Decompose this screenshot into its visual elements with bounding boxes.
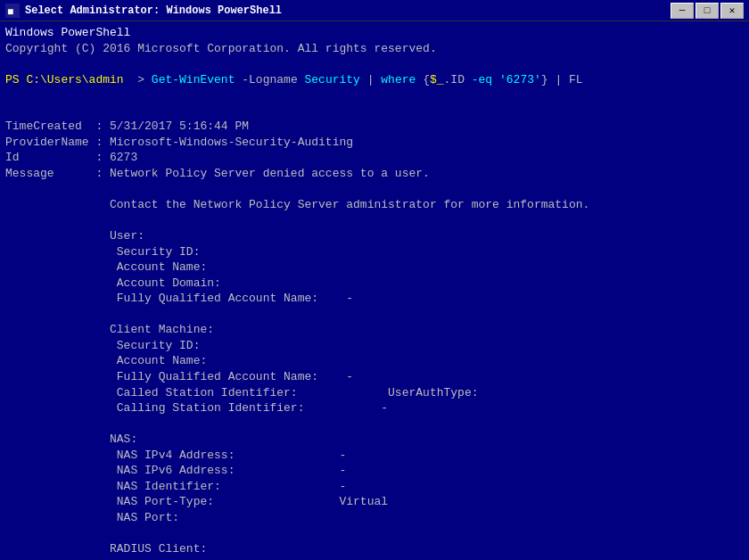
console-line: Client Friendly Name: Gateway xyxy=(5,557,744,560)
console-line: Account Name: xyxy=(5,259,744,276)
title-bar: ■ Select Administrator: Windows PowerShe… xyxy=(0,0,749,21)
dollar-id: $_ xyxy=(430,73,444,86)
console-line xyxy=(5,87,744,103)
where-text: where xyxy=(381,73,416,86)
console-line: NAS IPv6 Address: - xyxy=(5,463,744,479)
id-num: '6273' xyxy=(499,73,541,86)
console-line: User: xyxy=(5,228,744,244)
console-output: Windows PowerShell Copyright (C) 2016 Mi… xyxy=(0,21,749,560)
pipe1: | xyxy=(360,73,381,86)
console-line: NAS Port: xyxy=(5,510,744,526)
prompt-arrow: > xyxy=(124,73,152,86)
console-line xyxy=(5,307,744,323)
prompt-line: PS C:\Users\admin > Get-WinEvent -Lognam… xyxy=(5,72,744,88)
console-line: Id : 6273 xyxy=(5,150,744,166)
console-line: NAS IPv4 Address: - xyxy=(5,448,744,464)
console-line: Client Machine: xyxy=(5,322,744,338)
console-line xyxy=(5,213,744,229)
console-line: Copyright (C) 2016 Microsoft Corporation… xyxy=(5,41,744,57)
brace-close: } | FL xyxy=(541,73,583,86)
console-line: Fully Qualified Account Name: - xyxy=(5,291,744,307)
console-line: NAS: xyxy=(5,432,744,448)
console-line: Account Domain: xyxy=(5,276,744,292)
console-line: Calling Station Identifier: - xyxy=(5,400,744,416)
window-icon: ■ xyxy=(5,4,20,18)
console-line: TimeCreated : 5/31/2017 5:16:44 PM xyxy=(5,119,744,135)
maximize-button[interactable]: □ xyxy=(696,3,719,19)
console-line xyxy=(5,416,744,432)
param-logname: -Logname xyxy=(235,73,304,86)
dot-id: .ID xyxy=(444,73,472,86)
console-line: Message : Network Policy Server denied a… xyxy=(5,166,744,182)
prompt-text: PS C:\Users\admin xyxy=(5,73,124,86)
console-line: RADIUS Client: xyxy=(5,541,744,557)
console-line: Security ID: xyxy=(5,244,744,260)
window-title: Select Administrator: Windows PowerShell xyxy=(25,4,282,17)
console-line: Contact the Network Policy Server admini… xyxy=(5,197,744,213)
console-line xyxy=(5,181,744,197)
brace-open: { xyxy=(416,73,430,86)
console-line xyxy=(5,103,744,119)
console-line xyxy=(5,56,744,72)
console-line: ProviderName : Microsoft-Windows-Securit… xyxy=(5,135,744,151)
param-security: Security xyxy=(304,73,359,86)
minimize-button[interactable]: ─ xyxy=(671,3,694,19)
console-line: Fully Qualified Account Name: - xyxy=(5,369,744,385)
close-button[interactable]: ✕ xyxy=(720,3,744,19)
console-line: Security ID: xyxy=(5,338,744,354)
eq-text: -eq xyxy=(472,73,492,86)
title-controls: ─ □ ✕ xyxy=(671,3,744,19)
command-text: Get-WinEvent xyxy=(152,73,235,86)
console-line: Windows PowerShell xyxy=(5,25,744,41)
console-line: Account Name: xyxy=(5,353,744,369)
console-line: Called Station Identifier: UserAuthType: xyxy=(5,385,744,401)
console-line: NAS Identifier: - xyxy=(5,479,744,495)
svg-text:■: ■ xyxy=(7,5,13,18)
powershell-window: ■ Select Administrator: Windows PowerShe… xyxy=(0,0,749,560)
id-val xyxy=(492,73,499,86)
console-line: NAS Port-Type: Virtual xyxy=(5,494,744,510)
title-bar-left: ■ Select Administrator: Windows PowerShe… xyxy=(5,4,282,18)
console-line xyxy=(5,526,744,542)
